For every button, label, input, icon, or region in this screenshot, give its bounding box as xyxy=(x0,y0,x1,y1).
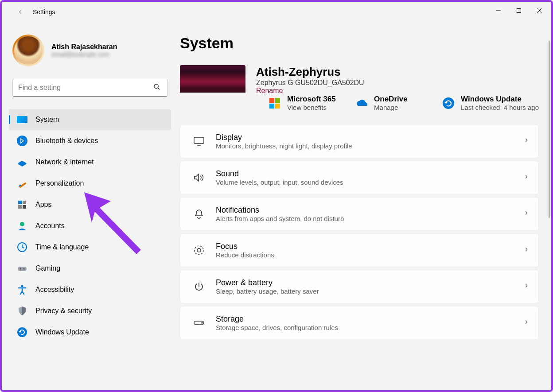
sidebar-item-personalization[interactable]: Personalization xyxy=(9,173,171,194)
quicklink-sub: Last checked: 4 hours ago xyxy=(461,104,539,111)
chevron-right-icon xyxy=(523,319,530,327)
header: Settings xyxy=(2,5,551,19)
svg-line-5 xyxy=(158,88,160,89)
setting-sub: Monitors, brightness, night light, displ… xyxy=(216,142,523,150)
svg-rect-1 xyxy=(517,9,521,13)
svg-point-12 xyxy=(20,222,24,226)
sidebar-item-label: Privacy & security xyxy=(35,307,92,315)
microsoft-icon xyxy=(268,96,282,110)
chevron-right-icon xyxy=(523,210,530,218)
chevron-right-icon xyxy=(523,137,530,145)
app-title: Settings xyxy=(33,8,55,16)
rename-link[interactable]: Rename xyxy=(256,87,364,95)
scrollbar[interactable] xyxy=(549,41,550,218)
sidebar-item-label: Windows Update xyxy=(35,328,89,336)
bluetooth-icon xyxy=(17,136,27,146)
setting-storage[interactable]: StorageStorage space, drives, configurat… xyxy=(180,306,539,340)
chevron-right-icon xyxy=(523,174,530,182)
quick-links: Microsoft 365View benefitsOneDriveManage… xyxy=(263,95,539,111)
svg-rect-22 xyxy=(275,104,280,109)
notifications-icon xyxy=(189,209,209,219)
svg-point-17 xyxy=(21,285,23,287)
personalization-icon xyxy=(17,178,27,189)
quicklink-sub: View benefits xyxy=(287,104,336,111)
search-input[interactable] xyxy=(12,79,167,97)
sidebar-item-bluetooth[interactable]: Bluetooth & devices xyxy=(9,130,171,151)
sidebar-item-system[interactable]: System xyxy=(9,109,171,130)
sidebar-item-network[interactable]: Network & internet xyxy=(9,151,171,173)
pc-model: Zephyrus G GU502DU_GA502DU xyxy=(256,79,364,87)
setting-title: Sound xyxy=(216,169,523,179)
sidebar-item-label: Apps xyxy=(35,201,51,209)
svg-point-6 xyxy=(17,136,27,146)
quicklink-title: OneDrive xyxy=(374,95,408,104)
svg-rect-11 xyxy=(23,205,26,209)
setting-notifications[interactable]: NotificationsAlerts from apps and system… xyxy=(180,197,539,231)
setting-sound[interactable]: SoundVolume levels, output, input, sound… xyxy=(180,161,539,194)
storage-icon xyxy=(189,319,209,326)
page-title: System xyxy=(180,35,539,52)
gaming-icon xyxy=(17,263,27,274)
network-icon xyxy=(17,157,27,167)
svg-rect-20 xyxy=(275,98,280,103)
chevron-right-icon xyxy=(523,246,530,254)
focus-icon xyxy=(189,245,209,256)
profile-name: Atish Rajasekharan xyxy=(51,43,117,51)
wupdate-icon xyxy=(441,96,456,110)
setting-sub: Storage space, drives, configuration rul… xyxy=(216,324,523,331)
setting-title: Focus xyxy=(216,242,523,251)
minimize-button[interactable] xyxy=(488,4,509,18)
sidebar-item-time[interactable]: Time & language xyxy=(9,237,171,258)
sidebar-item-label: System xyxy=(35,116,59,124)
svg-point-29 xyxy=(202,322,203,323)
setting-power[interactable]: Power & batterySleep, battery usage, bat… xyxy=(180,270,539,303)
sidebar-item-label: Bluetooth & devices xyxy=(35,137,98,145)
setting-title: Storage xyxy=(216,314,523,324)
sidebar-item-privacy[interactable]: Privacy & security xyxy=(9,300,171,322)
setting-display[interactable]: DisplayMonitors, brightness, night light… xyxy=(180,124,539,158)
avatar xyxy=(12,35,44,66)
apps-icon xyxy=(17,199,27,210)
sidebar-item-gaming[interactable]: Gaming xyxy=(9,258,171,279)
chevron-right-icon xyxy=(523,283,530,291)
svg-rect-10 xyxy=(18,205,22,209)
nav-list: SystemBluetooth & devicesNetwork & inter… xyxy=(9,109,171,343)
sidebar-item-apps[interactable]: Apps xyxy=(9,194,171,215)
svg-rect-21 xyxy=(269,104,274,109)
quicklink-sub: Manage xyxy=(374,104,408,111)
setting-title: Display xyxy=(216,133,523,142)
privacy-icon xyxy=(17,306,27,316)
power-icon xyxy=(189,281,209,292)
setting-sub: Reduce distractions xyxy=(216,251,523,259)
svg-rect-8 xyxy=(18,201,22,204)
profile-block[interactable]: Atish Rajasekharan email@example.com xyxy=(9,27,171,68)
pc-name: Atish-Zephyrus xyxy=(256,65,364,79)
sidebar-item-accessibility[interactable]: Accessibility xyxy=(9,279,171,300)
svg-rect-14 xyxy=(18,267,27,271)
sound-icon xyxy=(189,172,209,183)
sidebar-item-label: Network & internet xyxy=(35,158,94,166)
search-icon xyxy=(153,83,160,92)
setting-sub: Alerts from apps and system, do not dist… xyxy=(216,215,523,222)
sidebar-item-label: Time & language xyxy=(35,243,89,251)
quicklink-wupdate[interactable]: Windows UpdateLast checked: 4 hours ago xyxy=(441,95,539,111)
sidebar-item-accounts[interactable]: Accounts xyxy=(9,215,171,237)
time-icon xyxy=(17,242,27,252)
sidebar-item-label: Gaming xyxy=(35,264,60,272)
svg-point-23 xyxy=(443,97,454,109)
svg-rect-9 xyxy=(23,201,26,204)
close-button[interactable] xyxy=(529,4,549,18)
back-button[interactable] xyxy=(12,3,29,21)
svg-rect-19 xyxy=(269,98,274,103)
svg-rect-24 xyxy=(194,137,204,144)
setting-title: Notifications xyxy=(216,206,523,215)
setting-focus[interactable]: FocusReduce distractions xyxy=(180,233,539,267)
sidebar-item-label: Accounts xyxy=(35,222,65,230)
setting-sub: Volume levels, output, input, sound devi… xyxy=(216,179,523,186)
quicklink-microsoft[interactable]: Microsoft 365View benefits xyxy=(268,95,346,111)
device-summary: Atish-Zephyrus Zephyrus G GU502DU_GA502D… xyxy=(180,65,539,111)
sidebar-item-update[interactable]: Windows Update xyxy=(9,322,171,343)
display-icon xyxy=(189,136,209,146)
quicklink-onedrive[interactable]: OneDriveManage xyxy=(354,95,432,111)
maximize-button[interactable] xyxy=(509,4,529,18)
